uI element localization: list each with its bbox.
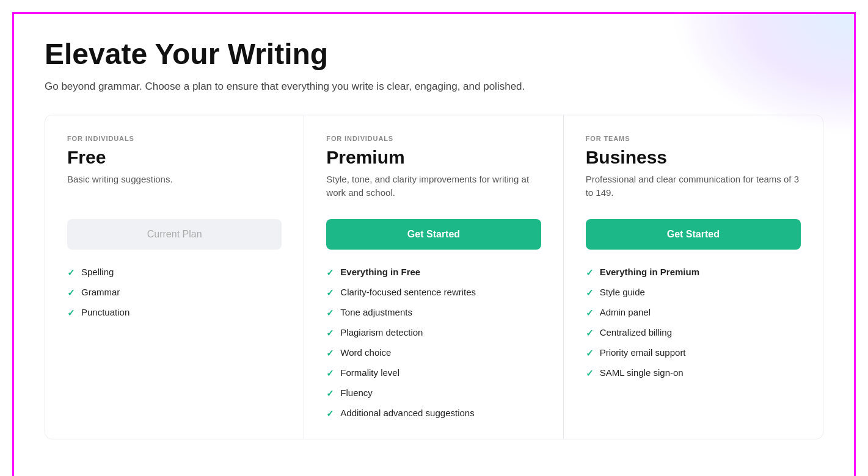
feature-item: ✓Everything in Free — [326, 267, 541, 278]
plan-name-premium: Premium — [326, 147, 541, 168]
feature-label: Admin panel — [600, 307, 651, 317]
check-icon: ✓ — [326, 267, 334, 278]
check-icon: ✓ — [586, 308, 594, 319]
feature-label: Grammar — [81, 287, 120, 297]
btn-get-started-premium[interactable]: Get Started — [326, 219, 541, 250]
plan-card-free: FOR INDIVIDUALSFreeBasic writing suggest… — [45, 115, 304, 439]
check-icon: ✓ — [326, 328, 334, 339]
feature-label: Punctuation — [81, 307, 129, 317]
feature-item: ✓Fluency — [326, 388, 541, 399]
check-icon: ✓ — [586, 328, 594, 339]
feature-label: Style guide — [600, 287, 645, 297]
feature-item: ✓Formality level — [326, 367, 541, 379]
feature-label: Priority email support — [600, 347, 686, 358]
feature-label: Additional advanced suggestions — [340, 408, 474, 418]
plan-name-free: Free — [67, 147, 282, 168]
plan-desc-premium: Style, tone, and clarity improvements fo… — [326, 173, 541, 202]
plan-desc-business: Professional and clear communication for… — [586, 173, 801, 202]
feature-item: ✓Everything in Premium — [586, 267, 801, 278]
feature-item: ✓Grammar — [67, 287, 282, 298]
check-icon: ✓ — [586, 348, 594, 359]
plan-tier-label-free: FOR INDIVIDUALS — [67, 135, 282, 142]
feature-label: Plagiarism detection — [340, 327, 423, 337]
feature-label: Word choice — [340, 347, 391, 358]
page-title: Elevate Your Writing — [45, 38, 823, 71]
check-icon: ✓ — [67, 267, 75, 278]
check-icon: ✓ — [326, 308, 334, 319]
feature-item: ✓SAML single sign-on — [586, 367, 801, 379]
check-icon: ✓ — [67, 287, 75, 298]
feature-list-free: ✓Spelling✓Grammar✓Punctuation — [67, 267, 282, 319]
feature-label: Everything in Free — [340, 267, 420, 277]
check-icon: ✓ — [326, 408, 334, 419]
feature-label: Fluency — [340, 388, 373, 398]
page-wrapper: Elevate Your Writing Go beyond grammar. … — [12, 12, 856, 476]
check-icon: ✓ — [326, 368, 334, 379]
feature-label: Formality level — [340, 367, 399, 378]
plan-name-business: Business — [586, 147, 801, 168]
feature-label: Spelling — [81, 267, 114, 277]
feature-item: ✓Word choice — [326, 347, 541, 359]
check-icon: ✓ — [326, 388, 334, 399]
feature-label: Everything in Premium — [600, 267, 699, 277]
feature-item: ✓Tone adjustments — [326, 307, 541, 319]
plan-card-premium: FOR INDIVIDUALSPremiumStyle, tone, and c… — [304, 115, 563, 439]
feature-label: SAML single sign-on — [600, 367, 684, 378]
feature-item: ✓Additional advanced suggestions — [326, 408, 541, 419]
check-icon: ✓ — [586, 267, 594, 278]
feature-item: ✓Plagiarism detection — [326, 327, 541, 339]
feature-item: ✓Centralized billing — [586, 327, 801, 339]
feature-item: ✓Spelling — [67, 267, 282, 278]
plan-desc-free: Basic writing suggestions. — [67, 173, 282, 202]
feature-label: Centralized billing — [600, 327, 672, 337]
feature-list-business: ✓Everything in Premium✓Style guide✓Admin… — [586, 267, 801, 379]
check-icon: ✓ — [586, 287, 594, 298]
feature-label: Tone adjustments — [340, 307, 412, 317]
check-icon: ✓ — [326, 348, 334, 359]
feature-item: ✓Style guide — [586, 287, 801, 298]
feature-label: Clarity-focused sentence rewrites — [340, 287, 476, 297]
check-icon: ✓ — [326, 287, 334, 298]
check-icon: ✓ — [67, 308, 75, 319]
feature-item: ✓Punctuation — [67, 307, 282, 319]
btn-current-free: Current Plan — [67, 219, 282, 250]
feature-item: ✓Admin panel — [586, 307, 801, 319]
plan-tier-label-premium: FOR INDIVIDUALS — [326, 135, 541, 142]
plan-card-business: FOR TEAMSBusinessProfessional and clear … — [564, 115, 823, 439]
plan-tier-label-business: FOR TEAMS — [586, 135, 801, 142]
feature-item: ✓Clarity-focused sentence rewrites — [326, 287, 541, 298]
btn-get-started-business[interactable]: Get Started — [586, 219, 801, 250]
check-icon: ✓ — [586, 368, 594, 379]
plans-container: FOR INDIVIDUALSFreeBasic writing suggest… — [45, 115, 823, 439]
page-subtitle: Go beyond grammar. Choose a plan to ensu… — [45, 81, 823, 93]
feature-list-premium: ✓Everything in Free✓Clarity-focused sent… — [326, 267, 541, 419]
feature-item: ✓Priority email support — [586, 347, 801, 359]
